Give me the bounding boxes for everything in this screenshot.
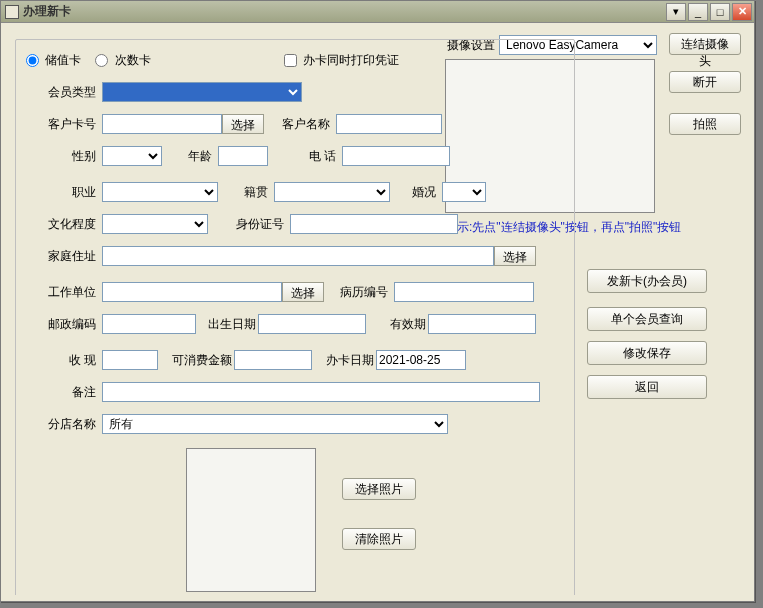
homeaddr-select-button[interactable]: 选择	[494, 246, 536, 266]
stored-value-radio-label[interactable]: 储值卡	[26, 52, 81, 69]
member-type-select[interactable]	[102, 82, 302, 102]
count-card-radio[interactable]	[95, 54, 108, 67]
homeaddr-input[interactable]	[102, 246, 494, 266]
age-label: 年龄	[172, 148, 212, 165]
workunit-row: 工作单位 选择 病历编号	[26, 282, 534, 302]
gender-row: 性别 年龄 电 话	[26, 146, 450, 166]
connect-camera-button[interactable]: 连结摄像头	[669, 33, 741, 55]
card-type-row: 储值卡 次数卡	[26, 52, 165, 69]
workunit-label: 工作单位	[26, 284, 96, 301]
phone-input[interactable]	[342, 146, 450, 166]
member-type-row: 会员类型	[26, 82, 302, 102]
stored-value-radio[interactable]	[26, 54, 39, 67]
member-type-label: 会员类型	[26, 84, 96, 101]
consumable-input[interactable]	[234, 350, 312, 370]
job-select[interactable]	[102, 182, 218, 202]
app-icon	[5, 5, 19, 19]
cardno-label: 客户卡号	[26, 116, 96, 133]
gender-label: 性别	[26, 148, 96, 165]
count-card-text: 次数卡	[115, 53, 151, 67]
workunit-input[interactable]	[102, 282, 282, 302]
carddate-input[interactable]	[376, 350, 466, 370]
app-window: 办理新卡 ▾ _ □ ✕ 摄像设置 Lenovo EasyCamera 连结摄像…	[0, 0, 755, 602]
branch-select[interactable]: 所有	[102, 414, 448, 434]
job-label: 职业	[26, 184, 96, 201]
remark-input[interactable]	[102, 382, 540, 402]
edu-row: 文化程度 身份证号	[26, 214, 458, 234]
custname-label: 客户名称	[270, 116, 330, 133]
branch-label: 分店名称	[26, 416, 96, 433]
status-bar	[1, 595, 754, 601]
query-member-button[interactable]: 单个会员查询	[587, 307, 707, 331]
zip-label: 邮政编码	[26, 316, 96, 333]
cardno-input[interactable]	[102, 114, 222, 134]
gender-select[interactable]	[102, 146, 162, 166]
print-row: 办卡同时打印凭证	[284, 52, 399, 69]
native-select[interactable]	[274, 182, 390, 202]
count-card-radio-label[interactable]: 次数卡	[95, 52, 150, 69]
cash-row: 收 现 可消费金额 办卡日期	[26, 350, 466, 370]
maximize-button[interactable]: □	[710, 3, 730, 21]
homeaddr-label: 家庭住址	[26, 248, 96, 265]
birth-label: 出生日期	[200, 316, 256, 333]
idno-input[interactable]	[290, 214, 458, 234]
remark-label: 备注	[26, 384, 96, 401]
back-button[interactable]: 返回	[587, 375, 707, 399]
stored-value-text: 储值卡	[45, 53, 81, 67]
print-checkbox-text: 办卡同时打印凭证	[303, 53, 399, 67]
print-checkbox[interactable]	[284, 54, 297, 67]
birth-input[interactable]	[258, 314, 366, 334]
expire-label: 有效期	[376, 316, 426, 333]
job-row: 职业 籍贯 婚况	[26, 182, 486, 202]
recordno-label: 病历编号	[328, 284, 388, 301]
idno-label: 身份证号	[218, 216, 284, 233]
marriage-select[interactable]	[442, 182, 486, 202]
edu-label: 文化程度	[26, 216, 96, 233]
carddate-label: 办卡日期	[318, 352, 374, 369]
form-group: 储值卡 次数卡 办卡同时打印凭证 会员类型	[15, 39, 575, 599]
consumable-label: 可消费金额	[162, 352, 232, 369]
select-photo-button[interactable]: 选择照片	[342, 478, 416, 500]
save-button[interactable]: 修改保存	[587, 341, 707, 365]
branch-row: 分店名称 所有	[26, 414, 448, 434]
native-label: 籍贯	[228, 184, 268, 201]
disconnect-camera-button[interactable]: 断开	[669, 71, 741, 93]
client-area: 摄像设置 Lenovo EasyCamera 连结摄像头 断开 拍照 提示:先点…	[5, 27, 750, 597]
window-title: 办理新卡	[23, 3, 666, 20]
remark-row: 备注	[26, 382, 540, 402]
homeaddr-row: 家庭住址 选择	[26, 246, 536, 266]
titlebar: 办理新卡 ▾ _ □ ✕	[1, 1, 754, 23]
zip-row: 邮政编码 出生日期 有效期	[26, 314, 536, 334]
cardno-row: 客户卡号 选择 客户名称	[26, 114, 442, 134]
custname-input[interactable]	[336, 114, 442, 134]
cash-input[interactable]	[102, 350, 158, 370]
age-input[interactable]	[218, 146, 268, 166]
window-buttons: ▾ _ □ ✕	[666, 3, 752, 21]
close-button[interactable]: ✕	[732, 3, 752, 21]
clear-photo-button[interactable]: 清除照片	[342, 528, 416, 550]
minimize-button[interactable]: _	[688, 3, 708, 21]
photo-preview	[186, 448, 316, 592]
cardno-select-button[interactable]: 选择	[222, 114, 264, 134]
zip-input[interactable]	[102, 314, 196, 334]
phone-label: 电 话	[278, 148, 336, 165]
workunit-select-button[interactable]: 选择	[282, 282, 324, 302]
shoot-button[interactable]: 拍照	[669, 113, 741, 135]
help-button[interactable]: ▾	[666, 3, 686, 21]
expire-input[interactable]	[428, 314, 536, 334]
issue-card-button[interactable]: 发新卡(办会员)	[587, 269, 707, 293]
cash-label: 收 现	[26, 352, 96, 369]
marriage-label: 婚况	[400, 184, 436, 201]
print-checkbox-label[interactable]: 办卡同时打印凭证	[284, 52, 399, 69]
edu-select[interactable]	[102, 214, 208, 234]
recordno-input[interactable]	[394, 282, 534, 302]
